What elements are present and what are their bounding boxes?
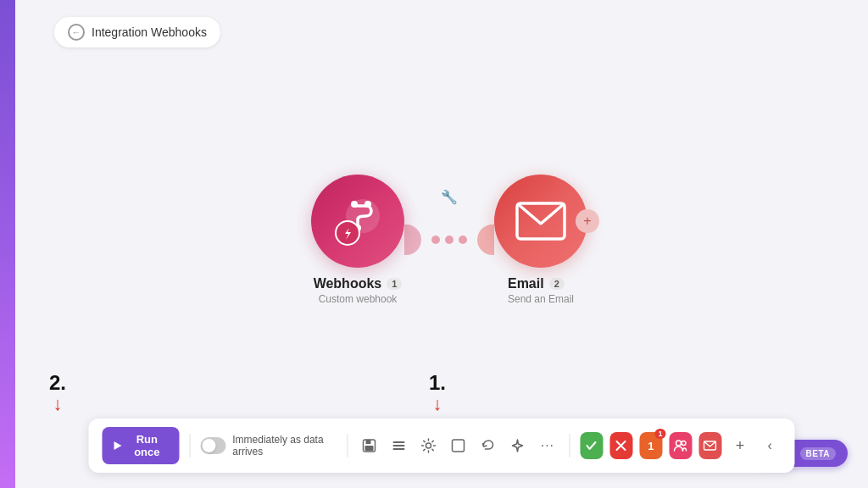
dot-1 — [431, 236, 440, 244]
run-once-button[interactable]: Run once — [102, 427, 179, 464]
breadcrumb: Integration Webhooks — [54, 17, 220, 47]
sparkle-icon — [510, 438, 526, 453]
webhook-circle[interactable] — [311, 175, 404, 268]
list-icon — [392, 438, 407, 453]
note-icon — [451, 438, 466, 453]
scissors-icon — [615, 439, 628, 452]
toggle-switch[interactable] — [200, 437, 225, 454]
add-node-button[interactable]: + — [576, 209, 599, 233]
note-button[interactable] — [447, 432, 470, 459]
email-subtitle: Send an Email — [508, 293, 574, 305]
activate-button[interactable] — [580, 432, 603, 459]
save-icon — [362, 438, 377, 453]
counter-label: 1 — [648, 440, 654, 452]
step-1-arrow: ↓ — [433, 395, 442, 413]
breadcrumb-title: Integration Webhooks — [92, 25, 207, 39]
svg-point-17 — [682, 441, 686, 446]
save-button[interactable] — [358, 432, 381, 459]
counter-badge: 1 — [654, 429, 665, 439]
toggle-container: Immediately as data arrives — [200, 434, 337, 458]
webhook-badge: 1 — [387, 278, 402, 290]
wrench-icon: 🔧 — [441, 190, 458, 204]
flow-area: Webhooks 1 Custom webhook 🔧 — [31, 68, 868, 412]
svg-point-12 — [426, 443, 431, 448]
undo-icon — [481, 438, 496, 453]
undo-button[interactable] — [476, 432, 499, 459]
play-icon — [114, 441, 121, 450]
step-indicator-2: 2. ↓ — [49, 371, 66, 413]
toggle-label: Immediately as data arrives — [232, 434, 337, 458]
connector-middle: 🔧 — [441, 189, 458, 205]
counter-button[interactable]: 1 1 — [639, 432, 662, 459]
svg-point-16 — [676, 441, 682, 446]
collapse-button[interactable]: ‹ — [759, 432, 782, 459]
email-node[interactable]: + Email 2 Send an Email — [494, 175, 587, 305]
email-circle[interactable]: + — [494, 175, 587, 268]
svg-rect-9 — [393, 441, 405, 443]
history-button[interactable] — [387, 432, 410, 459]
toolbar: Run once Immediately as data arrives — [88, 419, 794, 473]
svg-point-2 — [364, 201, 371, 208]
gear-icon — [421, 438, 437, 453]
webhook-node[interactable]: Webhooks 1 Custom webhook — [311, 175, 404, 305]
magic-button[interactable] — [506, 432, 529, 459]
step-2-arrow: ↓ — [53, 395, 63, 413]
add-button[interactable]: + — [729, 432, 752, 459]
email-badge: 2 — [549, 278, 565, 290]
email-toolbar-icon — [704, 441, 717, 451]
webhook-icon — [331, 194, 386, 249]
flow-container: Webhooks 1 Custom webhook 🔧 — [311, 175, 587, 305]
tools-button[interactable] — [609, 432, 632, 459]
email-name: Email 2 — [508, 276, 574, 291]
connector-right-nub — [477, 225, 494, 255]
email-icon — [515, 202, 566, 241]
email-label: Email 2 Send an Email — [508, 276, 574, 305]
more-button[interactable]: ··· — [536, 432, 559, 459]
more-dots: ··· — [541, 438, 554, 453]
dot-2 — [445, 236, 453, 244]
check-icon — [585, 439, 598, 452]
svg-rect-11 — [393, 448, 405, 450]
plus-icon: + — [736, 437, 745, 455]
back-button[interactable] — [68, 24, 85, 41]
divider-2 — [347, 434, 348, 458]
step-1-number: 1. — [429, 371, 446, 395]
divider-1 — [189, 434, 190, 458]
team-button[interactable] — [669, 432, 692, 459]
step-indicator-1: 1. ↓ — [429, 371, 446, 413]
webhook-label: Webhooks 1 Custom webhook — [314, 276, 403, 305]
beta-badge: BETA — [800, 447, 836, 460]
svg-rect-10 — [393, 445, 405, 446]
connector-dots — [421, 236, 477, 244]
svg-rect-7 — [366, 440, 371, 444]
chevron-left-icon: ‹ — [767, 438, 771, 453]
settings-button[interactable] — [417, 432, 440, 459]
sidebar — [0, 0, 15, 488]
svg-rect-13 — [453, 440, 465, 452]
email-toolbar-button[interactable] — [698, 432, 721, 459]
svg-rect-8 — [365, 446, 374, 451]
webhook-name: Webhooks 1 — [314, 276, 403, 291]
connector-left-nub — [404, 225, 421, 255]
step-2-number: 2. — [49, 371, 66, 395]
webhook-subtitle: Custom webhook — [314, 293, 403, 305]
run-once-label: Run once — [126, 433, 167, 458]
people-icon — [674, 439, 687, 452]
canvas: Integration Webhooks — [15, 0, 868, 488]
divider-3 — [569, 434, 570, 458]
svg-point-1 — [351, 201, 358, 208]
dot-3 — [459, 236, 467, 244]
